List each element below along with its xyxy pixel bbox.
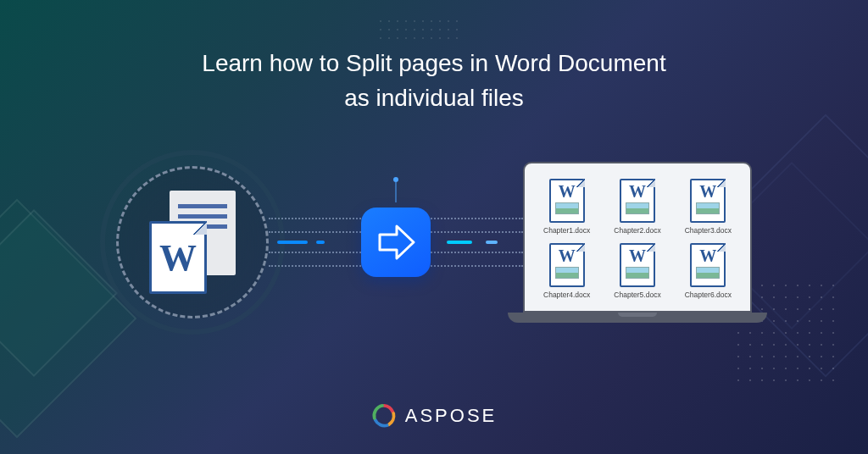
heading-line-1: Learn how to Split pages in Word Documen… [202,50,665,76]
file-label: Chapter6.docx [685,291,732,299]
output-file: W Chapter5.docx [609,243,665,299]
page-title: Learn how to Split pages in Word Documen… [0,0,868,115]
aspose-logo-icon [371,403,397,429]
arrow-icon [361,208,431,277]
file-label: Chapter1.docx [543,226,590,235]
heading-line-2: as individual files [344,85,524,111]
output-file: W Chapter6.docx [680,243,737,299]
output-file: W Chapter4.docx [538,243,595,299]
output-file: W Chapter1.docx [538,179,595,235]
output-file: W Chapter2.docx [609,179,665,235]
brand-name: ASPOSE [405,405,497,427]
word-letter: W [159,236,197,280]
file-label: Chapter4.docx [543,291,590,299]
word-file-icon: W [620,179,655,223]
footer-brand: ASPOSE [0,403,868,429]
file-label: Chapter3.docx [685,226,732,235]
source-document-circle: W [116,166,269,318]
illustration: W W Chapter1.docx W Chapter2.docx [0,162,868,323]
word-file-icon: W [690,243,726,287]
file-label: Chapter5.docx [614,291,660,299]
word-document-icon: W [154,196,231,289]
word-file-icon: W [690,179,726,223]
laptop-output: W Chapter1.docx W Chapter2.docx W Chapte… [523,162,752,323]
word-file-icon: W [549,243,585,287]
word-file-icon: W [549,179,585,223]
word-file-icon: W [620,243,655,287]
flow-connector [269,208,523,277]
file-label: Chapter2.docx [614,226,660,235]
output-file: W Chapter3.docx [680,179,737,235]
